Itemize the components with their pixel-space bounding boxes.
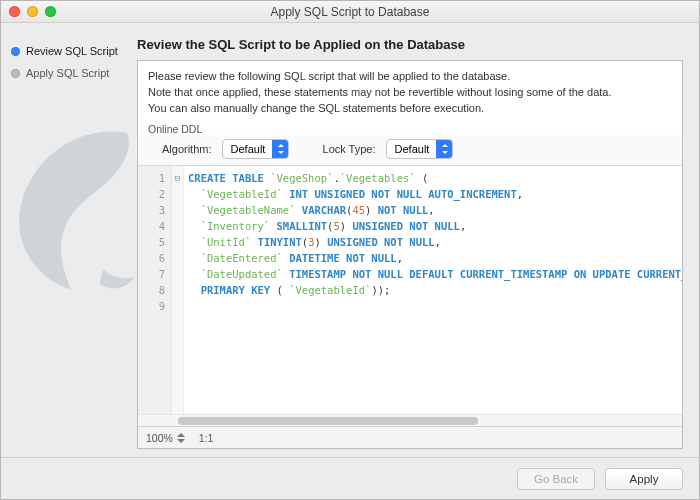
editor-statusbar: 100% 1:1 — [138, 426, 682, 448]
zoom-control[interactable]: 100% — [146, 432, 185, 444]
scrollbar-thumb[interactable] — [178, 417, 478, 425]
line-number-gutter: 123456789 — [138, 166, 172, 414]
titlebar: Apply SQL Script to Database — [1, 1, 699, 23]
dialog-body: Review SQL Script Apply SQL Script Revie… — [1, 23, 699, 457]
wizard-step-apply[interactable]: Apply SQL Script — [11, 67, 121, 79]
horizontal-scrollbar[interactable] — [138, 414, 682, 426]
ratio-indicator: 1:1 — [199, 432, 214, 444]
desc-line: Please review the following SQL script t… — [148, 69, 672, 85]
lock-type-label: Lock Type: — [323, 143, 376, 155]
sql-editor: 123456789 ⊟ CREATE TABLE `VegeShop`.`Veg… — [138, 166, 682, 414]
fold-gutter: ⊟ — [172, 166, 184, 414]
step-bullet-icon — [11, 69, 20, 78]
algorithm-select-wrap: Default — [222, 139, 289, 159]
main-content: Review the SQL Script to be Applied on t… — [129, 23, 699, 457]
apply-button[interactable]: Apply — [605, 468, 683, 490]
online-ddl-row: Algorithm: Default Lock Type: Default — [138, 135, 682, 166]
algorithm-label: Algorithm: — [162, 143, 212, 155]
dialog-window: Apply SQL Script to Database Review SQL … — [0, 0, 700, 500]
desc-line: Note that once applied, these statements… — [148, 85, 672, 101]
content-panel: Please review the following SQL script t… — [137, 60, 683, 449]
go-back-button: Go Back — [517, 468, 595, 490]
online-ddl-title: Online DDL — [138, 119, 682, 135]
description: Please review the following SQL script t… — [138, 61, 682, 119]
zoom-value: 100% — [146, 432, 173, 444]
algorithm-select[interactable]: Default — [222, 139, 289, 159]
window-title: Apply SQL Script to Database — [1, 5, 699, 19]
traffic-lights — [9, 6, 56, 17]
wizard-sidebar: Review SQL Script Apply SQL Script — [1, 23, 129, 457]
step-label: Apply SQL Script — [26, 67, 109, 79]
lock-type-select-wrap: Default — [386, 139, 453, 159]
zoom-stepper-icon[interactable] — [177, 433, 185, 443]
dialog-footer: Go Back Apply — [1, 457, 699, 499]
lock-type-select[interactable]: Default — [386, 139, 453, 159]
step-label: Review SQL Script — [26, 45, 118, 57]
minimize-icon[interactable] — [27, 6, 38, 17]
code-area[interactable]: CREATE TABLE `VegeShop`.`Vegetables` ( `… — [184, 166, 682, 414]
page-heading: Review the SQL Script to be Applied on t… — [137, 37, 683, 52]
close-icon[interactable] — [9, 6, 20, 17]
desc-line: You can also manually change the SQL sta… — [148, 101, 672, 117]
wizard-step-review[interactable]: Review SQL Script — [11, 45, 121, 57]
step-bullet-icon — [11, 47, 20, 56]
zoom-icon[interactable] — [45, 6, 56, 17]
mysql-dolphin-icon — [0, 113, 151, 313]
